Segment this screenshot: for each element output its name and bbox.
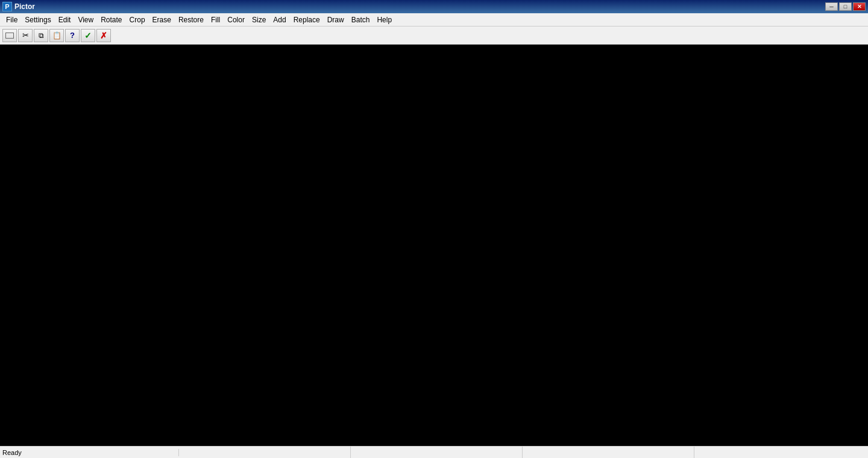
check-icon: ✓ <box>84 31 92 40</box>
menu-item-edit[interactable]: Edit <box>55 14 75 25</box>
title-bar: P Pictor ─ □ ✕ <box>0 0 868 13</box>
app-icon: P <box>2 2 12 11</box>
copy-button[interactable]: ⧉ <box>34 29 48 42</box>
confirm-button[interactable]: ✓ <box>81 29 95 42</box>
cut-icon: ✂ <box>22 31 29 40</box>
window-title: Pictor <box>14 2 825 11</box>
window-controls: ─ □ ✕ <box>825 2 866 11</box>
status-bar: Ready <box>0 446 868 458</box>
select-icon <box>5 33 14 39</box>
canvas-area[interactable] <box>0 45 868 446</box>
menu-item-color[interactable]: Color <box>224 14 248 25</box>
question-icon: ? <box>70 31 75 40</box>
menu-item-settings[interactable]: Settings <box>21 14 54 25</box>
status-segment-3 <box>523 447 694 458</box>
menu-item-crop[interactable]: Crop <box>126 14 149 25</box>
close-button[interactable]: ✕ <box>853 2 866 11</box>
menu-item-restore[interactable]: Restore <box>175 14 207 25</box>
menu-item-erase[interactable]: Erase <box>149 14 175 25</box>
menu-item-rotate[interactable]: Rotate <box>97 14 125 25</box>
cancel-button[interactable]: ✗ <box>96 29 111 42</box>
menu-item-view[interactable]: View <box>74 14 97 25</box>
menu-item-fill[interactable]: Fill <box>207 14 224 25</box>
menu-item-file[interactable]: File <box>2 14 21 25</box>
status-segment-2 <box>351 447 523 458</box>
select-tool-button[interactable] <box>2 29 17 42</box>
toolbar: ✂ ⧉ 📋 ? ✓ ✗ <box>0 27 868 45</box>
paste-icon: 📋 <box>52 31 61 40</box>
menu-item-size[interactable]: Size <box>248 14 269 25</box>
status-text: Ready <box>2 449 179 456</box>
x-icon: ✗ <box>100 31 107 40</box>
menu-item-replace[interactable]: Replace <box>290 14 324 25</box>
status-segment-4 <box>694 447 866 458</box>
menu-item-help[interactable]: Help <box>373 14 395 25</box>
help-button[interactable]: ? <box>65 29 80 42</box>
maximize-button[interactable]: □ <box>839 2 852 11</box>
status-segment-1 <box>179 447 351 458</box>
copy-icon: ⧉ <box>39 31 44 40</box>
menu-bar: FileSettingsEditViewRotateCropEraseResto… <box>0 13 868 27</box>
menu-item-batch[interactable]: Batch <box>348 14 374 25</box>
menu-item-draw[interactable]: Draw <box>324 14 348 25</box>
cut-button[interactable]: ✂ <box>18 29 33 42</box>
minimize-button[interactable]: ─ <box>825 2 838 11</box>
menu-item-add[interactable]: Add <box>269 14 289 25</box>
paste-button[interactable]: 📋 <box>49 29 64 42</box>
